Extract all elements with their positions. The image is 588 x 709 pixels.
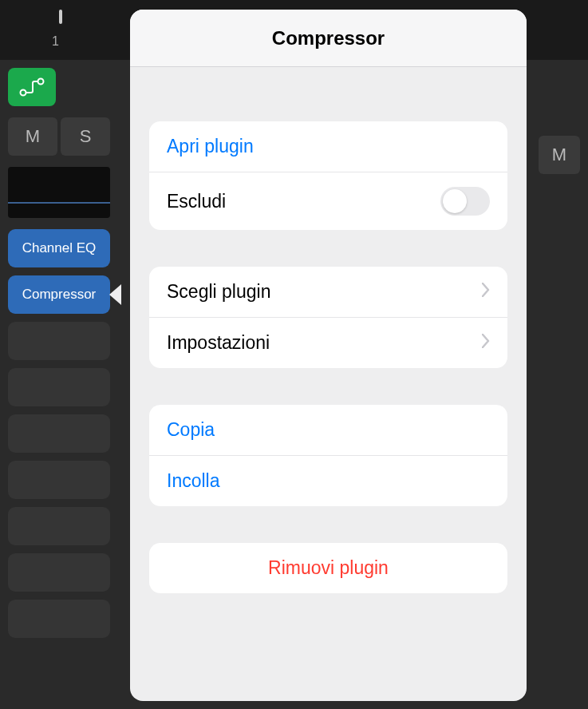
plugin-slot-empty[interactable] xyxy=(8,600,110,638)
plugin-slot-channel-eq[interactable]: Channel EQ xyxy=(8,229,110,267)
popover-title: Compressor xyxy=(272,27,385,50)
toggle-knob xyxy=(443,189,467,213)
channel-strip: M S Channel EQ Compressor xyxy=(8,68,120,646)
chevron-right-icon xyxy=(482,334,490,352)
track-number: 1 xyxy=(52,34,59,49)
popover-group-remove: Rimuovi plugin xyxy=(149,543,507,593)
mute-solo-row: M S xyxy=(8,117,120,156)
bypass-label: Escludi xyxy=(167,191,226,212)
plugin-slot-empty[interactable] xyxy=(8,322,110,360)
popover-group-open: Apri plugin Escludi xyxy=(149,121,507,230)
plugin-slot-empty[interactable] xyxy=(8,461,110,499)
choose-plugin-row[interactable]: Scegli plugin xyxy=(149,267,507,318)
svg-point-0 xyxy=(21,90,26,96)
bypass-toggle[interactable] xyxy=(440,187,490,216)
remove-plugin-row[interactable]: Rimuovi plugin xyxy=(149,543,507,593)
settings-row[interactable]: Impostazioni xyxy=(149,318,507,368)
mute-button-right[interactable]: M xyxy=(539,136,580,174)
routing-icon xyxy=(19,77,45,97)
plugin-label: Compressor xyxy=(22,287,97,303)
copy-label: Copia xyxy=(167,419,215,441)
bypass-row: Escludi xyxy=(149,172,507,230)
plugin-slot-compressor[interactable]: Compressor xyxy=(8,275,110,314)
remove-plugin-label: Rimuovi plugin xyxy=(268,557,389,579)
popover-arrow xyxy=(109,284,121,305)
plugin-label: Channel EQ xyxy=(22,240,97,256)
level-meter[interactable] xyxy=(8,167,110,218)
paste-row[interactable]: Incolla xyxy=(149,456,507,506)
chevron-right-icon xyxy=(482,283,490,301)
svg-point-1 xyxy=(38,79,44,85)
plugin-slot-empty[interactable] xyxy=(8,368,110,406)
plugin-slot-empty[interactable] xyxy=(8,507,110,545)
plugin-context-popover: Compressor Apri plugin Escludi Scegli pl… xyxy=(130,10,527,701)
copy-row[interactable]: Copia xyxy=(149,405,507,456)
settings-label: Impostazioni xyxy=(167,332,270,354)
mute-button[interactable]: M xyxy=(8,117,57,156)
open-plugin-row[interactable]: Apri plugin xyxy=(149,121,507,172)
paste-label: Incolla xyxy=(167,470,219,492)
routing-button[interactable] xyxy=(8,68,56,106)
choose-plugin-label: Scegli plugin xyxy=(167,281,270,303)
open-plugin-label: Apri plugin xyxy=(167,136,254,157)
popover-group-choose: Scegli plugin Impostazioni xyxy=(149,267,507,368)
plugin-slot-empty[interactable] xyxy=(8,553,110,592)
plugin-slot-empty[interactable] xyxy=(8,414,110,453)
solo-button[interactable]: S xyxy=(61,117,110,156)
popover-group-clipboard: Copia Incolla xyxy=(149,405,507,506)
popover-header: Compressor xyxy=(130,10,527,67)
popover-body: Apri plugin Escludi Scegli plugin Impost… xyxy=(130,67,527,628)
